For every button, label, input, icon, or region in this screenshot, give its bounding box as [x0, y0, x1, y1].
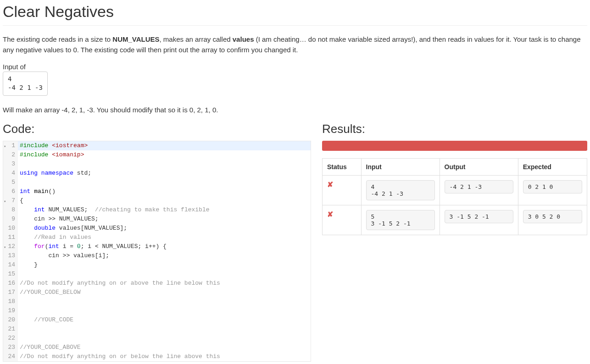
code-line[interactable]: }	[18, 260, 311, 270]
line-number: 9	[5, 215, 15, 224]
code-line[interactable]	[18, 178, 311, 187]
result-output: 3 -1 5 2 -1	[445, 210, 513, 223]
code-panel: Code: 1234567891011121314151617181920212…	[3, 122, 311, 362]
page-title: Clear Negatives	[3, 3, 587, 26]
code-line[interactable]: //Do not modify anything on or below the…	[18, 352, 311, 361]
post-input-description: Will make an array -4, 2, 1, -3. You sho…	[3, 106, 587, 114]
results-heading: Results:	[322, 122, 587, 136]
col-expected: Expected	[518, 158, 587, 175]
sample-input: 4 -4 2 1 -3	[3, 72, 48, 96]
problem-description: The existing code reads in a size to NUM…	[3, 34, 587, 55]
result-output: -4 2 1 -3	[445, 180, 513, 193]
col-status: Status	[323, 158, 362, 175]
line-number: 21	[5, 325, 15, 334]
code-line[interactable]: //YOUR_CODE_BELOW	[18, 288, 311, 297]
line-number: 10	[5, 224, 15, 233]
x-icon: ✘	[327, 181, 333, 188]
code-line[interactable]: //YOUR_CODE	[18, 315, 311, 325]
code-line[interactable]: cin >> values[i];	[18, 251, 311, 260]
input-of-label: Input of	[3, 63, 587, 71]
line-number: 24	[5, 352, 15, 361]
line-number: 18	[5, 297, 15, 306]
code-body[interactable]: #include <iostream>#include <iomanip>usi…	[18, 141, 311, 361]
line-number: 13	[5, 251, 15, 260]
line-number: 14	[5, 260, 15, 270]
results-status-bar	[322, 141, 587, 151]
line-number: 1	[5, 141, 15, 150]
line-number: 15	[5, 270, 15, 279]
code-line[interactable]	[18, 297, 311, 306]
code-line[interactable]: using namespace std;	[18, 169, 311, 178]
line-number: 11	[5, 233, 15, 242]
code-editor[interactable]: 123456789101112131415161718192021222324 …	[3, 141, 311, 362]
result-input: 5 3 -1 5 2 -1	[366, 210, 435, 230]
code-line[interactable]	[18, 160, 311, 169]
table-row: ✘4 -4 2 1 -3-4 2 1 -30 2 1 0	[323, 175, 587, 205]
code-line[interactable]	[18, 325, 311, 334]
code-line[interactable]: int main()	[18, 187, 311, 196]
line-number: 20	[5, 315, 15, 325]
line-number: 7	[5, 196, 15, 205]
code-line[interactable]: //Read in values	[18, 233, 311, 242]
code-heading: Code:	[3, 122, 311, 136]
line-number: 6	[5, 187, 15, 196]
code-line[interactable]: double values[NUM_VALUES];	[18, 224, 311, 233]
line-number: 12	[5, 242, 15, 251]
desc-text: The existing code reads in a size to	[3, 35, 112, 43]
line-number: 2	[5, 150, 15, 160]
line-number: 5	[5, 178, 15, 187]
desc-bold-numvalues: NUM_VALUES	[112, 35, 159, 43]
x-icon: ✘	[327, 210, 333, 218]
code-gutter: 123456789101112131415161718192021222324	[3, 141, 18, 361]
desc-text: , makes an array called	[160, 35, 233, 43]
col-input: Input	[361, 158, 440, 175]
code-line[interactable]: cin >> NUM_VALUES;	[18, 215, 311, 224]
code-line[interactable]	[18, 306, 311, 315]
line-number: 3	[5, 160, 15, 169]
code-line[interactable]: for(int i = 0; i < NUM_VALUES; i++) {	[18, 242, 311, 251]
result-input: 4 -4 2 1 -3	[366, 180, 435, 200]
table-row: ✘5 3 -1 5 2 -13 -1 5 2 -13 0 5 2 0	[323, 205, 587, 235]
code-line[interactable]: //Do not modify anything on or above the…	[18, 279, 311, 288]
code-line[interactable]: {	[18, 196, 311, 205]
line-number: 23	[5, 343, 15, 352]
results-table: Status Input Output Expected ✘4 -4 2 1 -…	[322, 158, 587, 235]
code-line[interactable]: int NUM_VALUES; //cheating to make this …	[18, 205, 311, 215]
result-expected: 3 0 5 2 0	[523, 210, 582, 223]
code-line[interactable]: #include <iomanip>	[18, 150, 311, 160]
line-number: 4	[5, 169, 15, 178]
code-line[interactable]	[18, 270, 311, 279]
col-output: Output	[440, 158, 518, 175]
code-line[interactable]	[18, 334, 311, 343]
desc-bold-values: values	[233, 35, 254, 43]
code-line[interactable]: #include <iostream>	[18, 141, 311, 150]
line-number: 16	[5, 279, 15, 288]
result-expected: 0 2 1 0	[523, 180, 582, 193]
line-number: 17	[5, 288, 15, 297]
code-line[interactable]: //YOUR_CODE_ABOVE	[18, 343, 311, 352]
results-panel: Results: Status Input Output Expected ✘4…	[322, 122, 587, 362]
line-number: 8	[5, 205, 15, 215]
line-number: 22	[5, 334, 15, 343]
line-number: 19	[5, 306, 15, 315]
